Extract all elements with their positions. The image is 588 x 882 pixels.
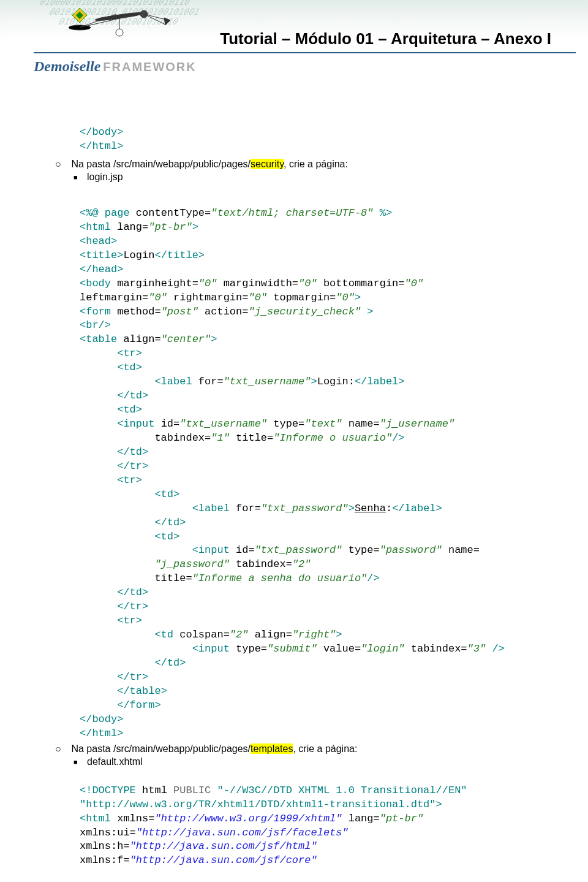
instr2-prefix: Na pasta /src/main/webapp/public/pages/ [71,743,251,754]
page-header: Tutorial – Módulo 01 – Arquitetura – Ane… [0,0,588,75]
instruction-2: Na pasta /src/main/webapp/public/pages/t… [55,742,539,756]
instruction-2-file: default.xhtml [74,755,539,769]
instr1-highlight: security [251,159,284,169]
svg-marker-7 [164,18,170,25]
logo-main: Demoiselle [34,58,100,75]
instruction-1-file: login.jsp [74,170,539,184]
title-underline [34,52,576,53]
logo: Demoiselle FRAMEWORK [0,58,588,75]
svg-point-8 [116,29,123,36]
instruction-1: Na pasta /src/main/webapp/public/pages/s… [55,158,539,171]
instr2-suffix: , crie a página: [293,743,357,754]
document-body: </body> </html> Na pasta /src/main/webap… [0,75,588,880]
plane-icon [67,3,172,42]
instr2-highlight: templates [251,743,293,754]
svg-line-6 [144,14,165,25]
logo-sub: FRAMEWORK [103,60,196,74]
instr1-prefix: Na pasta /src/main/webapp/public/pages/ [71,159,251,169]
instr1-suffix: , crie a página: [284,159,348,169]
